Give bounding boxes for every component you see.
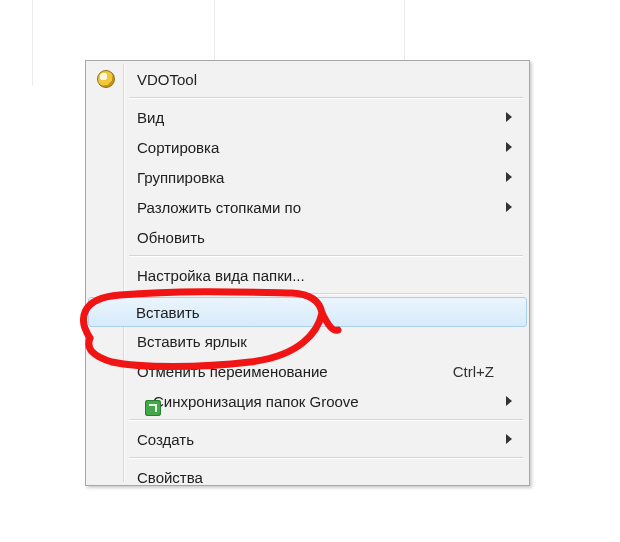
submenu-arrow-icon xyxy=(506,396,512,406)
menu-item-label: Синхронизация папок Groove xyxy=(153,393,516,410)
submenu-arrow-icon xyxy=(506,142,512,152)
menu-separator xyxy=(129,255,523,257)
menu-item-label: Свойства xyxy=(137,469,516,486)
menu-item-refresh[interactable]: Обновить xyxy=(89,222,526,252)
context-menu: VDOTool Вид Сортировка Группировка Разло… xyxy=(85,60,530,486)
menu-item-label: Разложить стопками по xyxy=(137,199,516,216)
menu-item-label: Вставить ярлык xyxy=(137,333,516,350)
menu-item-new[interactable]: Создать xyxy=(89,424,526,454)
menu-item-paste-shortcut[interactable]: Вставить ярлык xyxy=(89,326,526,356)
menu-separator xyxy=(129,97,523,99)
menu-item-label: VDOTool xyxy=(137,71,516,88)
groove-sync-icon xyxy=(145,400,161,416)
menu-item-view[interactable]: Вид xyxy=(89,102,526,132)
menu-item-sort[interactable]: Сортировка xyxy=(89,132,526,162)
menu-item-properties[interactable]: Свойства xyxy=(89,462,526,492)
menu-item-label: Настройка вида папки... xyxy=(137,267,516,284)
menu-separator xyxy=(129,457,523,459)
menu-item-group[interactable]: Группировка xyxy=(89,162,526,192)
submenu-arrow-icon xyxy=(506,172,512,182)
vdotool-icon xyxy=(97,70,115,88)
menu-item-label: Отменить переименование xyxy=(137,363,453,380)
menu-item-label: Сортировка xyxy=(137,139,516,156)
menu-separator xyxy=(129,293,523,295)
menu-item-label: Группировка xyxy=(137,169,516,186)
menu-item-customize-folder[interactable]: Настройка вида папки... xyxy=(89,260,526,290)
menu-item-vdotool[interactable]: VDOTool xyxy=(89,64,526,94)
menu-item-undo-rename[interactable]: Отменить переименование Ctrl+Z xyxy=(89,356,526,386)
submenu-arrow-icon xyxy=(506,202,512,212)
menu-item-paste[interactable]: Вставить xyxy=(88,297,527,327)
menu-item-label: Создать xyxy=(137,431,516,448)
menu-separator xyxy=(129,419,523,421)
column-divider xyxy=(32,0,33,86)
menu-item-label: Вид xyxy=(137,109,516,126)
submenu-arrow-icon xyxy=(506,434,512,444)
menu-item-shortcut: Ctrl+Z xyxy=(453,363,494,380)
menu-item-stack[interactable]: Разложить стопками по xyxy=(89,192,526,222)
menu-item-label: Вставить xyxy=(136,304,517,321)
submenu-arrow-icon xyxy=(506,112,512,122)
menu-item-label: Обновить xyxy=(137,229,516,246)
menu-item-groove-sync[interactable]: Синхронизация папок Groove xyxy=(89,386,526,416)
